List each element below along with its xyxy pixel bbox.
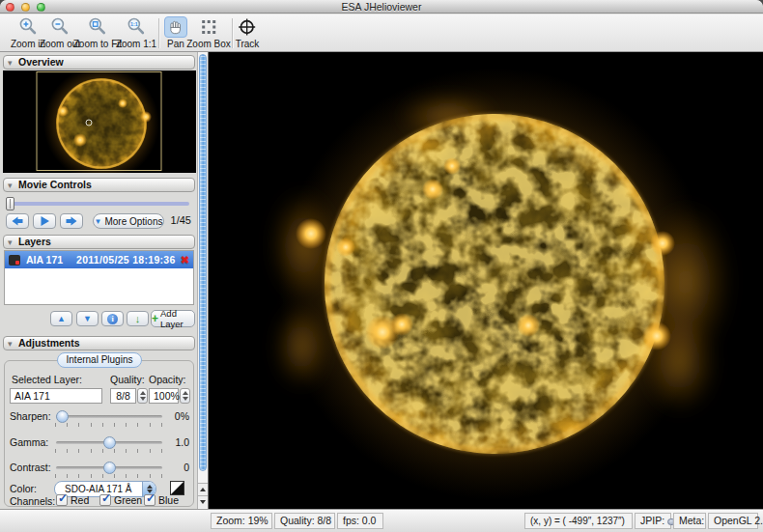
gamma-ticks bbox=[55, 449, 163, 453]
adjustments-panel-title: Adjustments bbox=[18, 337, 80, 349]
movie-timeline-thumb[interactable] bbox=[6, 197, 14, 210]
previous-frame-button[interactable] bbox=[6, 213, 29, 229]
movie-controls-panel-title: Movie Controls bbox=[18, 179, 92, 190]
overview-thumbnail[interactable] bbox=[3, 70, 196, 173]
quality-stepper[interactable] bbox=[137, 388, 148, 404]
pan-hand-icon bbox=[164, 16, 187, 38]
channel-green-checkbox[interactable]: ✓ Green bbox=[99, 494, 142, 506]
sharpen-slider-thumb[interactable] bbox=[56, 410, 69, 423]
status-zoom: Zoom: 19% bbox=[211, 513, 272, 529]
gamma-value: 1.0 bbox=[166, 436, 189, 448]
more-options-button[interactable]: ▼ More Options bbox=[93, 213, 164, 229]
scrollbar-up-button[interactable] bbox=[198, 483, 208, 495]
layers-panel-header[interactable]: ▾ Layers bbox=[3, 235, 195, 249]
checkbox-box: ✓ bbox=[99, 494, 111, 506]
scrollbar-thumb[interactable] bbox=[199, 54, 207, 471]
opacity-field[interactable]: 100% bbox=[149, 388, 179, 404]
toolbar-separator bbox=[158, 18, 159, 48]
selected-layer-field[interactable]: AIA 171 bbox=[10, 388, 102, 404]
disclosure-icon: ▾ bbox=[8, 180, 13, 192]
color-label: Color: bbox=[10, 483, 37, 494]
next-frame-button[interactable] bbox=[60, 213, 83, 229]
gamma-slider[interactable] bbox=[56, 441, 162, 444]
movie-controls-panel-header[interactable]: ▾ Movie Controls bbox=[3, 178, 195, 192]
layer-info-button[interactable]: i bbox=[101, 311, 124, 326]
gamma-label: Gamma: bbox=[10, 436, 48, 448]
status-fps: fps: 0.0 bbox=[337, 513, 383, 529]
info-icon: i bbox=[107, 314, 118, 324]
app-window: ESA JHelioviewer Zoom in Zoom out Zoom t… bbox=[0, 0, 763, 532]
layer-name: AIA 171 bbox=[26, 254, 76, 266]
disclosure-icon: ▾ bbox=[8, 57, 13, 70]
move-layer-down-button[interactable]: ▼ bbox=[76, 311, 99, 326]
checkbox-box: ✓ bbox=[144, 494, 155, 506]
solar-image bbox=[209, 52, 763, 509]
sharpen-slider[interactable] bbox=[56, 415, 162, 418]
close-window-button[interactable] bbox=[6, 3, 14, 12]
window-title: ESA JHelioviewer bbox=[0, 0, 763, 14]
channel-blue-checkbox[interactable]: ✓ Blue bbox=[144, 494, 179, 506]
check-icon: ✓ bbox=[58, 491, 68, 505]
zoom-window-button[interactable] bbox=[37, 3, 45, 12]
chevron-down-icon: ▼ bbox=[95, 217, 102, 226]
invert-colors-button[interactable] bbox=[170, 481, 184, 495]
track-crosshair-icon bbox=[236, 16, 259, 38]
delete-layer-icon[interactable]: ✖ bbox=[181, 254, 189, 266]
move-layer-up-button[interactable]: ▲ bbox=[50, 311, 72, 326]
zoom-to-fit-button[interactable]: Zoom to Fit bbox=[73, 16, 123, 49]
status-jpip: JPIP: bbox=[635, 513, 671, 529]
channels-label: Channels: bbox=[10, 495, 55, 507]
layer-type-icon bbox=[9, 255, 20, 266]
quality-field[interactable]: 8/8 bbox=[110, 388, 136, 404]
sidebar: ▾ Overview bbox=[0, 52, 209, 509]
layer-row-selected[interactable]: AIA 171 2011/05/25 18:19:36 ✖ bbox=[5, 251, 193, 268]
play-button[interactable] bbox=[33, 213, 56, 229]
gamma-slider-thumb[interactable] bbox=[103, 436, 116, 449]
contrast-slider-thumb[interactable] bbox=[103, 462, 116, 474]
opacity-stepper[interactable] bbox=[180, 388, 190, 404]
overview-panel-header[interactable]: ▾ Overview bbox=[3, 55, 195, 70]
opacity-label: Opacity: bbox=[149, 374, 186, 385]
zoom-one-to-one-button[interactable]: 1:1 Zoom 1:1 bbox=[116, 16, 156, 49]
contrast-value: 0 bbox=[166, 462, 189, 473]
quality-label: Quality: bbox=[110, 374, 145, 385]
add-layer-button[interactable]: + Add Layer bbox=[151, 310, 195, 327]
sharpen-label: Sharpen: bbox=[10, 410, 51, 422]
check-icon: ✓ bbox=[101, 491, 111, 505]
main-toolbar: Zoom in Zoom out Zoom to Fit 1:1 Zoom 1:… bbox=[0, 14, 763, 52]
disclosure-icon: ▾ bbox=[8, 237, 13, 249]
contrast-slider[interactable] bbox=[56, 466, 162, 469]
status-coordinates: (x, y) = ( -499″, 1237″) bbox=[524, 513, 633, 529]
internal-plugins-tab[interactable]: Internal Plugins bbox=[57, 352, 142, 368]
contrast-ticks bbox=[55, 474, 163, 478]
channel-red-checkbox[interactable]: ✓ Red bbox=[56, 494, 89, 506]
down-triangle-icon: ▼ bbox=[83, 314, 92, 323]
step-back-icon bbox=[10, 215, 25, 227]
overview-panel-title: Overview bbox=[18, 56, 64, 68]
status-bar: Zoom: 19% Quality: 8/8 fps: 0.0 (x, y) =… bbox=[0, 509, 763, 532]
zoom-box-button[interactable]: Zoom Box bbox=[186, 16, 231, 49]
zoom-one-to-one-icon: 1:1 bbox=[125, 16, 148, 38]
track-button[interactable]: Track bbox=[236, 16, 260, 49]
adjustments-panel-header[interactable]: ▾ Adjustments bbox=[3, 336, 195, 350]
sharpen-ticks bbox=[55, 423, 163, 427]
sidebar-scrollbar[interactable] bbox=[197, 52, 208, 509]
main-content: ▾ Overview bbox=[0, 52, 763, 509]
layer-list: AIA 171 2011/05/25 18:19:36 ✖ bbox=[4, 250, 194, 305]
scrollbar-down-button[interactable] bbox=[198, 495, 208, 508]
solar-viewport[interactable] bbox=[209, 52, 763, 509]
toolbar-separator bbox=[232, 18, 233, 48]
check-icon: ✓ bbox=[146, 491, 155, 505]
step-forward-icon bbox=[64, 215, 79, 227]
plus-icon: + bbox=[152, 314, 158, 323]
pan-button[interactable]: Pan bbox=[164, 16, 187, 49]
layers-panel-title: Layers bbox=[18, 236, 51, 247]
minimize-window-button[interactable] bbox=[21, 3, 30, 12]
checkbox-box: ✓ bbox=[56, 494, 68, 506]
title-bar[interactable]: ESA JHelioviewer bbox=[0, 0, 763, 14]
zoom-box-icon bbox=[197, 16, 220, 38]
status-meta: Meta: ✓ bbox=[673, 513, 706, 529]
movie-timeline-track[interactable] bbox=[8, 202, 189, 206]
download-layer-button[interactable]: ↓ bbox=[127, 311, 149, 326]
status-quality: Quality: 8/8 bbox=[274, 513, 335, 529]
